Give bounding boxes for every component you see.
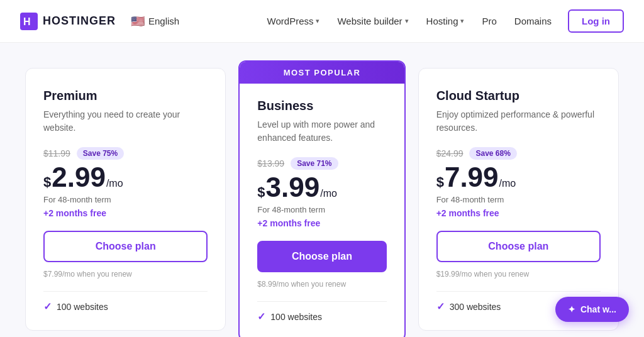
billing-term-premium: For 48-month term bbox=[43, 195, 208, 204]
feature-label-business: 100 websites bbox=[270, 312, 322, 322]
header: H HOSTINGER 🇺🇸 English WordPress ▾ Websi… bbox=[0, 0, 644, 43]
chevron-down-icon: ▾ bbox=[405, 17, 409, 25]
renew-price-business: $8.99/mo when you renew bbox=[257, 280, 386, 289]
original-price-premium: $11.99 bbox=[43, 148, 70, 158]
original-price-cloud: $24.99 bbox=[436, 148, 464, 158]
nav-item-wordpress[interactable]: WordPress ▾ bbox=[261, 12, 326, 30]
price-main-cloud: $ 7.99 /mo bbox=[436, 163, 601, 191]
language-label: English bbox=[148, 16, 179, 26]
main-nav: WordPress ▾ Website builder ▾ Hosting ▾ … bbox=[261, 12, 558, 30]
chevron-down-icon: ▾ bbox=[316, 17, 319, 25]
save-badge-business: Save 71% bbox=[291, 157, 338, 170]
original-price-business: $13.99 bbox=[257, 158, 284, 168]
feature-item-premium-websites: ✓ 100 websites bbox=[43, 301, 208, 312]
pricing-row-cloud: $24.99 Save 68% bbox=[436, 147, 601, 160]
price-number-cloud: 7.99 bbox=[445, 163, 499, 191]
free-months-cloud: +2 months free bbox=[436, 208, 601, 218]
billing-term-cloud: For 48-month term bbox=[436, 195, 601, 204]
choose-plan-button-cloud[interactable]: Choose plan bbox=[436, 231, 601, 262]
login-button[interactable]: Log in bbox=[568, 9, 624, 33]
chat-label: Chat w... bbox=[580, 304, 616, 314]
price-main-business: $ 3.99 /mo bbox=[257, 174, 386, 201]
plan-desc-premium: Everything you need to create your websi… bbox=[43, 108, 208, 135]
price-mo-premium: /mo bbox=[106, 178, 123, 189]
renew-price-cloud: $19.99/mo when you renew bbox=[436, 270, 601, 279]
feature-item-business-websites: ✓ 100 websites bbox=[257, 311, 386, 323]
free-months-business: +2 months free bbox=[257, 218, 386, 228]
plan-name-business: Business bbox=[257, 99, 386, 113]
plan-card-premium: Premium Everything you need to create yo… bbox=[25, 68, 226, 331]
check-icon: ✓ bbox=[43, 301, 52, 312]
plan-card-cloud-startup: Cloud Startup Enjoy optimized performanc… bbox=[418, 68, 619, 331]
free-months-premium: +2 months free bbox=[43, 208, 208, 218]
price-number-business: 3.99 bbox=[266, 174, 320, 201]
hostinger-logo-icon: H bbox=[20, 13, 38, 30]
choose-plan-button-premium[interactable]: Choose plan bbox=[43, 231, 208, 262]
plan-desc-cloud: Enjoy optimized performance & powerful r… bbox=[436, 108, 601, 135]
pricing-row-premium: $11.99 Save 75% bbox=[43, 147, 208, 160]
plan-desc-business: Level up with more power and enhanced fe… bbox=[257, 118, 386, 145]
price-dollar-business: $ bbox=[257, 184, 265, 201]
save-badge-premium: Save 75% bbox=[77, 147, 124, 160]
chat-icon: ✦ bbox=[568, 304, 575, 314]
price-number-premium: 2.99 bbox=[52, 163, 106, 191]
feature-divider-cloud bbox=[436, 291, 601, 292]
renew-price-premium: $7.99/mo when you renew bbox=[43, 270, 208, 279]
nav-item-domains[interactable]: Domains bbox=[508, 12, 558, 30]
language-selector[interactable]: 🇺🇸 English bbox=[131, 14, 179, 28]
price-dollar-cloud: $ bbox=[436, 174, 444, 191]
logo-area[interactable]: H HOSTINGER bbox=[20, 13, 116, 30]
feature-label-premium: 100 websites bbox=[57, 302, 108, 312]
billing-term-business: For 48-month term bbox=[257, 205, 386, 214]
plan-card-business: MOST POPULAR Business Level up with more… bbox=[238, 60, 405, 337]
save-badge-cloud: Save 68% bbox=[469, 147, 516, 160]
check-icon: ✓ bbox=[436, 301, 445, 312]
feature-label-cloud: 300 websites bbox=[450, 302, 501, 312]
featured-banner: MOST POPULAR bbox=[240, 62, 404, 84]
nav-item-website-builder[interactable]: Website builder ▾ bbox=[331, 12, 414, 30]
price-mo-cloud: /mo bbox=[499, 178, 516, 189]
business-card-body: Business Level up with more power and en… bbox=[240, 84, 404, 337]
svg-text:H: H bbox=[23, 16, 31, 27]
price-dollar-premium: $ bbox=[43, 174, 51, 191]
logo-text: HOSTINGER bbox=[43, 14, 116, 28]
flag-icon: 🇺🇸 bbox=[131, 14, 145, 28]
plan-name-cloud: Cloud Startup bbox=[436, 89, 601, 103]
choose-plan-button-business[interactable]: Choose plan bbox=[257, 241, 386, 272]
nav-item-hosting[interactable]: Hosting ▾ bbox=[420, 12, 471, 30]
chat-button[interactable]: ✦ Chat w... bbox=[555, 297, 629, 322]
main-content: Premium Everything you need to create yo… bbox=[0, 43, 644, 337]
pricing-cards: Premium Everything you need to create yo… bbox=[25, 68, 619, 337]
feature-divider-business bbox=[257, 301, 386, 302]
plan-name-premium: Premium bbox=[43, 89, 208, 103]
pricing-row-business: $13.99 Save 71% bbox=[257, 157, 386, 170]
price-mo-business: /mo bbox=[320, 188, 337, 199]
chevron-down-icon: ▾ bbox=[460, 17, 464, 25]
nav-item-pro[interactable]: Pro bbox=[475, 12, 502, 30]
check-icon: ✓ bbox=[257, 311, 265, 323]
feature-divider-premium bbox=[43, 291, 208, 292]
price-main-premium: $ 2.99 /mo bbox=[43, 163, 208, 191]
